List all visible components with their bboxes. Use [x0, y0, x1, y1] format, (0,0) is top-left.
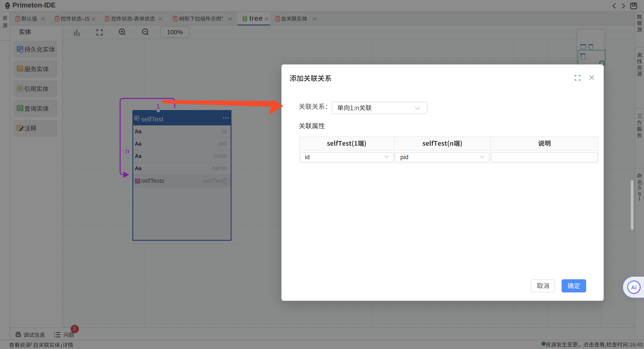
svg-text:Ai: Ai [631, 284, 636, 291]
